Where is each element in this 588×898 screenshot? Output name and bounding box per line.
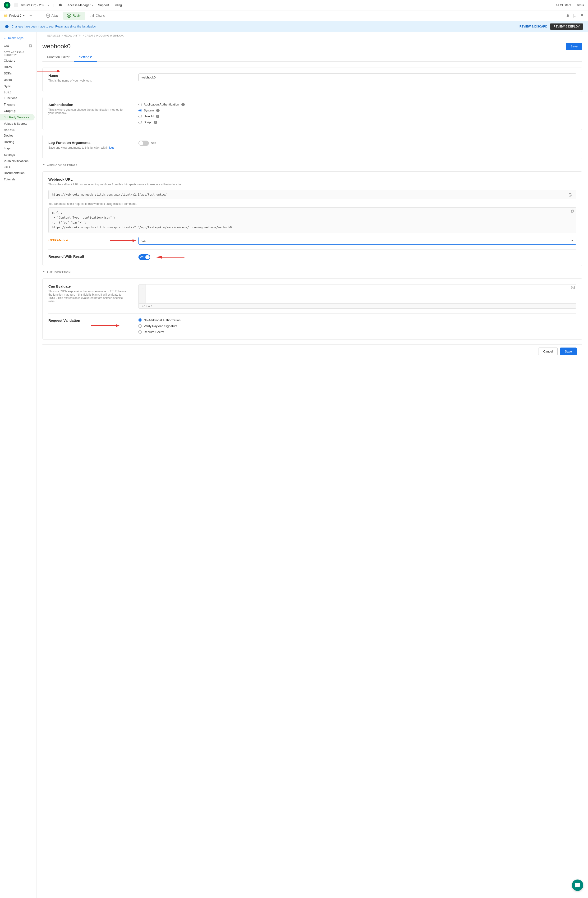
gear-icon[interactable] [58, 3, 62, 7]
tab-bar: Function Editor Settings* [42, 53, 582, 62]
svg-marker-22 [156, 256, 162, 258]
atlas-tab[interactable]: Atlas [42, 12, 62, 20]
editor-status: Ln 1 Col 1 [141, 304, 152, 308]
validation-radio-secret[interactable] [139, 330, 142, 334]
http-method-select[interactable]: GET POST PUT DELETE PATCH [139, 237, 576, 244]
sidebar-item-sync[interactable]: Sync [0, 83, 35, 89]
bookmark-icon[interactable] [573, 14, 577, 18]
nav-separator: | [53, 3, 54, 7]
log-desc: Save and view arguments to this function… [48, 146, 129, 149]
sidebar-item-hosting[interactable]: Hosting [0, 139, 35, 145]
review-deploy-button[interactable]: REVIEW & DEPLOY [550, 23, 583, 30]
charts-icon [90, 14, 94, 18]
sidebar-item-clusters[interactable]: Clusters [0, 57, 35, 64]
svg-rect-24 [572, 286, 573, 287]
sidebar-item-settings[interactable]: Settings [0, 151, 35, 158]
org-selector[interactable]: Taimur's Org - 202... [14, 3, 49, 7]
review-discard-link[interactable]: REVIEW & DISCARD [519, 25, 547, 28]
validation-radio-no-auth[interactable] [139, 318, 142, 322]
validation-option-no-auth[interactable]: No Additional Authorization [139, 318, 576, 322]
webhook-url-desc: This is the callback URL for an incoming… [48, 183, 576, 186]
svg-text:i: i [7, 25, 7, 28]
webhook-url-copy-icon[interactable] [568, 192, 573, 197]
user-menu[interactable]: Taimur [575, 3, 584, 7]
validation-option-verify[interactable]: Verify Payload Signature [139, 324, 576, 328]
name-title: Name [48, 74, 129, 77]
breadcrumb-sep1: > [61, 34, 63, 37]
auth-option-system[interactable]: System i [139, 109, 576, 112]
top-nav-right: All Clusters Taimur [556, 3, 584, 7]
auth-radio-system[interactable] [139, 109, 142, 112]
auth-radio-script[interactable] [139, 121, 142, 124]
save-button-top[interactable]: Save [566, 43, 582, 50]
auth-option-userid[interactable]: User Id i [139, 114, 576, 118]
name-form-row: Name This is the name of your webhook. [48, 74, 576, 86]
tab-settings[interactable]: Settings* [74, 53, 97, 62]
webhook-name-input[interactable] [139, 74, 576, 81]
sidebar-item-logs[interactable]: Logs [0, 145, 35, 151]
sidebar-item-sdks[interactable]: SDKs [0, 70, 35, 77]
charts-tab[interactable]: Charts [86, 12, 109, 20]
log-form-row: Log Function Arguments Save and view arg… [48, 141, 576, 153]
sidebar-item-3rd-party[interactable]: 3rd Party Services [0, 114, 35, 120]
sidebar-item-push[interactable]: Push Notifications [0, 158, 35, 164]
all-clusters-link[interactable]: All Clusters [556, 3, 571, 7]
curl-copy-icon[interactable] [571, 209, 574, 213]
billing-link[interactable]: Billing [114, 3, 122, 7]
user-icon[interactable] [566, 14, 570, 18]
logs-link[interactable]: logs [109, 146, 114, 149]
sidebar-item-users[interactable]: Users [0, 77, 35, 83]
second-nav-right [566, 14, 584, 18]
sidebar-item-deploy[interactable]: Deploy [0, 132, 35, 139]
cancel-button[interactable]: Cancel [538, 348, 558, 355]
authorization-header[interactable]: AUTHORIZATION [42, 271, 582, 274]
expand-icon[interactable] [571, 286, 575, 289]
build-label: BUILD [0, 89, 37, 95]
save-button-bottom[interactable]: Save [560, 348, 577, 355]
validation-label-col: Request Validation [48, 318, 129, 324]
auth-radio-group: Application Authentication i System i Us… [139, 103, 576, 124]
more-options-icon[interactable]: ⋯ [26, 12, 34, 19]
webhook-settings-header[interactable]: WEBHOOK SETTINGS [42, 164, 582, 167]
auth-info-userid-icon[interactable]: i [156, 115, 159, 118]
access-manager-link[interactable]: Access Manager [68, 3, 94, 7]
sidebar-item-graphql[interactable]: GraphQL [0, 108, 35, 114]
chat-bubble-button[interactable] [572, 880, 583, 891]
sidebar-item-tutorials[interactable]: Tutorials [0, 176, 35, 183]
copy-app-icon[interactable] [29, 44, 33, 48]
validation-radio-verify[interactable] [139, 324, 142, 328]
log-toggle[interactable] [139, 141, 149, 146]
auth-option-script[interactable]: Script i [139, 120, 576, 124]
webhook-url-text: https://webhooks.mongodb-stitch.com/api/… [52, 193, 167, 196]
support-link[interactable]: Support [98, 3, 109, 7]
project-selector[interactable]: 📁 Project 0 [4, 14, 25, 17]
sidebar-item-values[interactable]: Values & Secrets [0, 120, 35, 127]
auth-info-system-icon[interactable]: i [156, 109, 160, 112]
realm-apps-back-link[interactable]: ← Realm Apps [0, 35, 37, 43]
tab-function-editor[interactable]: Function Editor [42, 53, 74, 62]
auth-radio-userid[interactable] [139, 115, 142, 118]
editor-expand-control[interactable] [570, 284, 576, 291]
validation-option-secret[interactable]: Require Secret [139, 330, 576, 334]
breadcrumb: SERVICES > MEOW (HTTP) > CREATE INCOMING… [42, 32, 582, 39]
sidebar-item-rules[interactable]: Rules [0, 64, 35, 70]
sidebar-item-triggers[interactable]: Triggers [0, 101, 35, 108]
auth-radio-app[interactable] [139, 103, 142, 106]
realm-tab[interactable]: Realm [63, 12, 85, 20]
bell-icon[interactable] [580, 14, 584, 18]
auth-form-row: Authentication This is where you can cho… [48, 103, 576, 124]
sidebar-item-docs[interactable]: Documentation [0, 170, 35, 176]
editor-content[interactable] [146, 284, 570, 303]
log-control-col: OFF [139, 141, 576, 146]
auth-option-app[interactable]: Application Authentication i [139, 103, 576, 106]
page-header: webhook0 Save [42, 39, 582, 53]
webhook-url-title: Webhook URL [48, 177, 576, 181]
log-toggle-row: OFF [139, 141, 576, 146]
auth-info-app-icon[interactable]: i [182, 103, 185, 106]
mongodb-logo [4, 2, 11, 9]
auth-info-script-icon[interactable]: i [154, 121, 157, 124]
banner-text: Changes have been made to your Realm app… [12, 25, 517, 28]
sidebar-item-functions[interactable]: Functions [0, 95, 35, 101]
respond-toggle[interactable]: ON [139, 254, 150, 260]
deploy-banner: i Changes have been made to your Realm a… [0, 21, 588, 32]
